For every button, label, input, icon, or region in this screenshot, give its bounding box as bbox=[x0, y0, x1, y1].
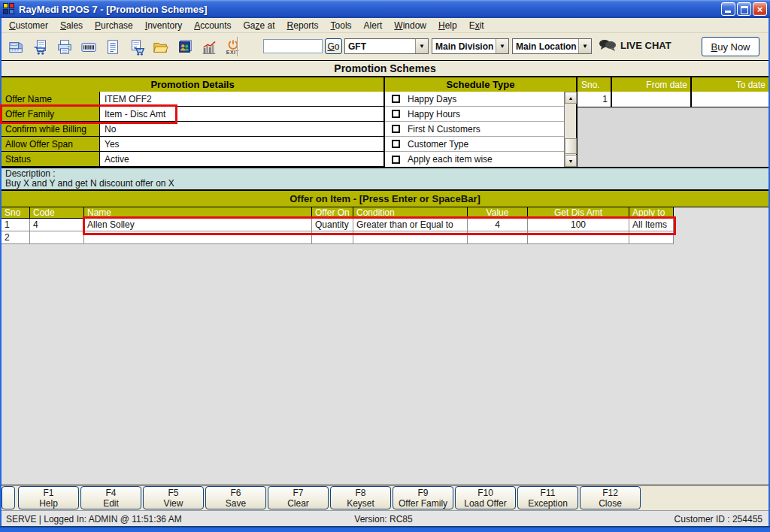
table-cell[interactable]: 4 bbox=[30, 219, 84, 231]
table-cell[interactable] bbox=[528, 231, 629, 244]
table-row[interactable]: 14Allen SolleyQuantityGreater than or Eq… bbox=[2, 219, 674, 231]
table-header-offer-on: Offer On bbox=[312, 207, 353, 219]
menu-inventory[interactable]: Inventory bbox=[139, 19, 188, 32]
table-cell[interactable]: 100 bbox=[528, 219, 629, 231]
menu-help[interactable]: Help bbox=[432, 19, 463, 32]
detail-value[interactable]: ITEM OFF2 bbox=[100, 92, 383, 107]
menu-exit[interactable]: Exit bbox=[463, 19, 490, 32]
table-cell[interactable]: 1 bbox=[2, 219, 30, 231]
menu-alert[interactable]: Alert bbox=[358, 19, 389, 32]
schedule-item-first-n-customers[interactable]: First N Customers bbox=[385, 122, 576, 137]
close-icon[interactable]: × bbox=[753, 2, 767, 16]
fkey-label: Keyset bbox=[347, 498, 374, 509]
menu-window[interactable]: Window bbox=[388, 19, 432, 32]
menu-gaze-at[interactable]: Gaze at bbox=[238, 19, 281, 32]
fkey-f12-close[interactable]: F12Close bbox=[580, 486, 641, 509]
table-cell[interactable] bbox=[30, 231, 84, 244]
fkey-stub-button[interactable] bbox=[2, 486, 15, 509]
fkey-f1-help[interactable]: F1Help bbox=[18, 486, 79, 509]
checkbox-icon[interactable] bbox=[392, 110, 400, 118]
schedule-item-customer-type[interactable]: Customer Type bbox=[385, 137, 576, 152]
grid-cell-sno[interactable]: 1 bbox=[578, 92, 611, 107]
division-dropdown[interactable]: Main Division ▼ bbox=[432, 38, 509, 54]
detail-value[interactable]: Yes bbox=[100, 137, 383, 152]
printer-icon[interactable] bbox=[54, 36, 74, 58]
fkey-f11-exception[interactable]: F11Exception bbox=[517, 486, 578, 509]
table-cell[interactable]: Allen Solley bbox=[84, 219, 312, 231]
table-row[interactable]: 2 bbox=[2, 231, 674, 244]
report-icon[interactable] bbox=[102, 36, 123, 58]
grid-header-to-date: To date bbox=[692, 77, 768, 92]
minimize-icon[interactable] bbox=[721, 2, 735, 16]
fkey-f5-view[interactable]: F5View bbox=[143, 486, 204, 509]
schedule-item-apply-each-item-wise[interactable]: Apply each item wise bbox=[385, 152, 576, 167]
detail-row-status: StatusActive bbox=[2, 152, 383, 167]
table-cell[interactable] bbox=[629, 231, 674, 244]
schedule-item-happy-days[interactable]: Happy Days bbox=[385, 92, 576, 107]
table-cell[interactable] bbox=[312, 231, 353, 244]
folder-icon[interactable] bbox=[150, 36, 171, 58]
detail-value[interactable]: No bbox=[100, 122, 383, 137]
scroll-down-icon[interactable]: ▼ bbox=[565, 155, 577, 167]
toolbar: EXIT Go GFT ▼ Main Division ▼ Main Locat… bbox=[2, 34, 768, 60]
chart-icon[interactable] bbox=[199, 36, 219, 58]
table-cell[interactable]: 2 bbox=[2, 231, 30, 244]
location-dropdown[interactable]: Main Location ▼ bbox=[512, 38, 592, 54]
grid-cell-from-date[interactable] bbox=[612, 92, 690, 107]
table-cell[interactable]: 4 bbox=[468, 219, 528, 231]
restore-icon[interactable] bbox=[737, 2, 751, 16]
exit-icon[interactable]: EXIT bbox=[223, 36, 243, 58]
detail-value[interactable]: Item - Disc Amt bbox=[100, 107, 383, 122]
detail-row-allow-offer-span: Allow Offer SpanYes bbox=[2, 137, 383, 152]
checkbox-icon[interactable] bbox=[392, 95, 400, 103]
checkbox-icon[interactable] bbox=[392, 140, 400, 148]
menu-customer[interactable]: Customer bbox=[3, 19, 54, 32]
fkey-f6-save[interactable]: F6Save bbox=[205, 486, 266, 509]
table-cell[interactable]: All Items bbox=[629, 219, 674, 231]
menu-sales[interactable]: Sales bbox=[54, 19, 89, 32]
schedule-item-happy-hours[interactable]: Happy Hours bbox=[385, 107, 576, 122]
purchase-cart-icon[interactable] bbox=[126, 36, 147, 58]
menu-accounts[interactable]: Accounts bbox=[188, 19, 237, 32]
chat-bubbles-icon bbox=[599, 39, 617, 51]
menu-purchase[interactable]: Purchase bbox=[89, 19, 139, 32]
table-cell[interactable]: Quantity bbox=[312, 219, 353, 231]
scrollbar-thumb[interactable] bbox=[565, 138, 577, 154]
fkey-f7-clear[interactable]: F7Clear bbox=[268, 486, 329, 509]
fkey-f8-keyset[interactable]: F8Keyset bbox=[330, 486, 391, 509]
fkey-f4-edit[interactable]: F4Edit bbox=[80, 486, 141, 509]
customers-icon[interactable] bbox=[174, 36, 195, 58]
menu-tools[interactable]: Tools bbox=[325, 19, 358, 32]
checkbox-icon[interactable] bbox=[392, 125, 400, 133]
scroll-up-icon[interactable]: ▲ bbox=[565, 92, 577, 104]
toolbar-separator bbox=[237, 37, 238, 56]
fkey-key: F8 bbox=[355, 488, 365, 498]
detail-label: Status bbox=[2, 152, 100, 167]
schedule-scrollbar[interactable]: ▲ ▼ bbox=[564, 92, 576, 167]
chevron-down-icon[interactable]: ▼ bbox=[578, 39, 591, 53]
table-cell[interactable] bbox=[353, 231, 468, 244]
barcode-icon[interactable] bbox=[78, 36, 99, 58]
fkey-key: F9 bbox=[417, 488, 428, 498]
billing-icon[interactable] bbox=[6, 36, 26, 58]
table-cell[interactable]: Greater than or Equal to bbox=[353, 219, 468, 231]
menu-reports[interactable]: Reports bbox=[281, 19, 325, 32]
chevron-down-icon[interactable]: ▼ bbox=[496, 39, 508, 53]
company-dropdown[interactable]: GFT ▼ bbox=[344, 38, 429, 54]
live-chat-button[interactable]: LIVE CHAT bbox=[599, 39, 671, 51]
fkey-f10-load-offer[interactable]: F10Load Offer bbox=[455, 486, 516, 509]
table-cell[interactable] bbox=[468, 231, 528, 244]
quick-search-input[interactable] bbox=[263, 39, 323, 53]
offer-on-item-header: Offer on Item - [Press Enter or SpaceBar… bbox=[1, 191, 769, 207]
promotion-details-header: Promotion Details bbox=[2, 77, 383, 92]
table-cell[interactable] bbox=[84, 231, 312, 244]
checkbox-icon[interactable] bbox=[392, 156, 400, 164]
chevron-down-icon[interactable]: ▼ bbox=[415, 39, 428, 53]
go-button[interactable]: Go bbox=[325, 38, 342, 54]
fkey-f9-offer-family[interactable]: F9Offer Family bbox=[393, 486, 453, 509]
sales-cart-icon[interactable] bbox=[30, 36, 50, 58]
detail-value[interactable]: Active bbox=[100, 152, 383, 167]
grid-cell-to-date[interactable] bbox=[692, 92, 768, 107]
main-content: Promotion Schemes Promotion Details Sche… bbox=[0, 60, 770, 485]
buy-now-button[interactable]: Buy Now bbox=[702, 37, 759, 56]
